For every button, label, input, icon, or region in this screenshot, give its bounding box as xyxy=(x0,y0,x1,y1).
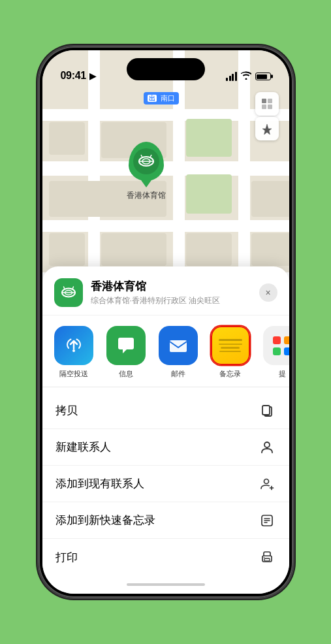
add-existing-label: 添加到现有联系人 xyxy=(55,476,144,491)
print-label: 打印 xyxy=(55,550,78,565)
marker-inner xyxy=(133,148,159,174)
location-venue-icon xyxy=(54,278,83,307)
phone-screen: 09:41 ▶ xyxy=(42,50,289,594)
mail-label: 邮件 xyxy=(171,369,185,379)
printer-icon xyxy=(258,548,276,566)
wifi-icon xyxy=(241,71,251,82)
signal-bars xyxy=(226,72,237,81)
add-notes-label: 添加到新快速备忘录 xyxy=(55,513,155,528)
close-button[interactable]: × xyxy=(259,283,277,302)
messages-label: 信息 xyxy=(119,369,133,379)
person-plus-icon xyxy=(258,475,276,493)
svg-point-10 xyxy=(72,349,75,352)
dynamic-island xyxy=(127,58,205,80)
airdrop-label: 隔空投送 xyxy=(59,369,88,379)
action-print[interactable]: 打印 xyxy=(42,539,289,575)
action-copy[interactable]: 拷贝 xyxy=(42,393,289,429)
status-icons xyxy=(226,71,271,82)
battery-icon xyxy=(255,72,271,80)
more-icon xyxy=(263,326,289,365)
svg-rect-13 xyxy=(262,406,270,415)
share-app-mail[interactable]: 邮件 xyxy=(155,326,202,379)
svg-rect-0 xyxy=(262,99,266,103)
action-add-notes[interactable]: 添加到新快速备忘录 xyxy=(42,502,289,539)
action-list: 拷贝 新建联系人 xyxy=(42,393,289,575)
marker-dot xyxy=(144,178,148,182)
divider xyxy=(42,387,289,387)
location-info: 香港体育馆 综合体育馆·香港特别行政区 油尖旺区 xyxy=(91,279,259,306)
svg-rect-11 xyxy=(170,340,187,352)
bottom-sheet: 香港体育馆 综合体育馆·香港特别行政区 油尖旺区 × xyxy=(42,266,289,594)
notes-label: 备忘录 xyxy=(219,369,241,379)
svg-rect-3 xyxy=(268,105,272,109)
svg-rect-1 xyxy=(268,99,272,103)
action-add-existing[interactable]: 添加到现有联系人 xyxy=(42,466,289,502)
action-new-contact[interactable]: 新建联系人 xyxy=(42,429,289,466)
svg-point-14 xyxy=(264,442,270,447)
share-app-messages[interactable]: 信息 xyxy=(102,326,150,379)
phone-frame: 09:41 ▶ xyxy=(39,46,293,598)
notes-add-icon xyxy=(258,511,276,530)
home-indicator xyxy=(42,575,289,594)
share-apps-row: 隔空投送 信息 xyxy=(42,315,289,384)
marker-pin xyxy=(129,142,164,181)
share-app-airdrop[interactable]: 隔空投送 xyxy=(50,326,97,379)
status-time: 09:41 xyxy=(61,70,86,82)
share-app-notes[interactable]: 备忘录 xyxy=(207,326,254,379)
notes-icon xyxy=(211,326,250,365)
copy-label: 拷贝 xyxy=(55,403,78,418)
more-label: 提 xyxy=(279,369,286,379)
location-button[interactable] xyxy=(255,117,279,140)
svg-point-25 xyxy=(263,557,264,558)
location-icon-status: ▶ xyxy=(89,71,96,81)
svg-point-15 xyxy=(264,479,268,483)
mail-icon xyxy=(159,326,198,365)
location-name: 香港体育馆 xyxy=(91,279,259,294)
home-bar xyxy=(127,583,205,586)
svg-rect-24 xyxy=(264,558,270,561)
share-app-more[interactable]: 提 xyxy=(259,326,289,379)
location-subtitle: 综合体育馆·香港特别行政区 油尖旺区 xyxy=(91,295,259,306)
map-label: 出 南口 xyxy=(144,92,179,105)
messages-icon xyxy=(106,326,146,365)
airdrop-icon xyxy=(54,326,93,365)
marker-label: 香港体育馆 xyxy=(127,190,166,201)
location-header: 香港体育馆 综合体育馆·香港特别行政区 油尖旺区 × xyxy=(42,266,289,315)
map-controls xyxy=(255,92,279,140)
map-type-button[interactable] xyxy=(255,92,279,116)
stadium-marker[interactable]: 香港体育馆 xyxy=(127,142,166,201)
person-add-icon xyxy=(258,438,276,457)
new-contact-label: 新建联系人 xyxy=(55,440,111,455)
svg-rect-2 xyxy=(262,105,266,109)
copy-icon xyxy=(258,402,276,420)
